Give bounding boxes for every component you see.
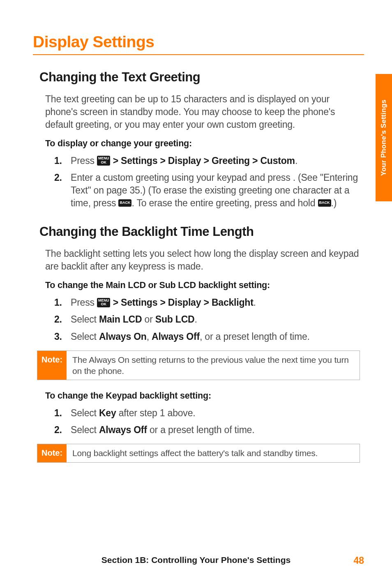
step-post: or a preset length of time. bbox=[147, 424, 255, 435]
page-content: Display Settings Changing the Text Greet… bbox=[0, 0, 392, 463]
step-post: . bbox=[254, 297, 256, 308]
step-text-c: .) bbox=[331, 198, 337, 208]
steps-lcd: 1. Press MENUOK > Settings > Display > B… bbox=[33, 296, 364, 343]
step-bold2: Sub LCD bbox=[155, 314, 195, 325]
step-text: Select bbox=[71, 331, 99, 342]
step-num: 2. bbox=[54, 171, 62, 184]
intro-backlight: The backlight setting lets you select ho… bbox=[45, 247, 364, 273]
step-num: 2. bbox=[54, 424, 62, 436]
note-text: The Always On setting returns to the pre… bbox=[67, 351, 360, 380]
step-mid: or bbox=[142, 314, 155, 325]
step-bold: > Settings > Display > Greeting > Custom bbox=[113, 155, 295, 166]
step-1: 1. Press MENUOK > Settings > Display > B… bbox=[54, 296, 364, 309]
step-text: Select bbox=[71, 314, 99, 325]
step-post: . bbox=[295, 155, 297, 166]
step-num: 1. bbox=[54, 296, 62, 309]
step-bold: Always On bbox=[99, 331, 147, 342]
heading-text-greeting: Changing the Text Greeting bbox=[39, 70, 364, 85]
steps-greeting: 1. Press MENUOK > Settings > Display > G… bbox=[33, 154, 364, 210]
note-label: Note: bbox=[37, 444, 67, 462]
lead-keypad: To change the Keypad backlight setting: bbox=[45, 391, 364, 401]
back-icon: BACK bbox=[118, 199, 131, 206]
heading-backlight: Changing the Backlight Time Length bbox=[39, 224, 364, 239]
note-label: Note: bbox=[37, 351, 67, 380]
step-text: Press bbox=[71, 297, 97, 308]
step-post: after step 1 above. bbox=[116, 408, 196, 418]
page-footer: Section 1B: Controlling Your Phone's Set… bbox=[0, 555, 392, 565]
step-text: Press bbox=[71, 155, 97, 166]
step-num: 2. bbox=[54, 313, 62, 326]
note-text: Long backlight settings affect the batte… bbox=[67, 444, 360, 462]
step-3: 3. Select Always On, Always Off, or a pr… bbox=[54, 330, 364, 343]
step-1: 1. Press MENUOK > Settings > Display > G… bbox=[54, 154, 364, 167]
page-number: 48 bbox=[353, 555, 364, 566]
step-post: . bbox=[195, 314, 197, 325]
step-num: 3. bbox=[54, 330, 62, 343]
step-bold: Key bbox=[99, 408, 116, 418]
steps-keypad: 1. Select Key after step 1 above. 2. Sel… bbox=[33, 407, 364, 436]
intro-text-greeting: The text greeting can be up to 15 charac… bbox=[45, 93, 364, 131]
footer-section: Section 1B: Controlling Your Phone's Set… bbox=[101, 555, 291, 565]
step-1: 1. Select Key after step 1 above. bbox=[54, 407, 364, 420]
lead-greeting: To display or change your greeting: bbox=[45, 138, 364, 149]
menu-ok-icon: MENUOK bbox=[97, 156, 111, 165]
step-2: 2. Enter a custom greeting using your ke… bbox=[54, 171, 364, 210]
menu-ok-icon: MENUOK bbox=[97, 298, 111, 307]
lead-lcd: To change the Main LCD or Sub LCD backli… bbox=[45, 280, 364, 291]
step-num: 1. bbox=[54, 154, 62, 167]
step-2: 2. Select Always Off or a preset length … bbox=[54, 424, 364, 436]
step-bold: > Settings > Display > Backlight bbox=[113, 297, 254, 308]
step-bold: Main LCD bbox=[99, 314, 142, 325]
step-text-b: . To erase the entire greeting, press an… bbox=[131, 198, 318, 208]
step-text: Select bbox=[71, 424, 99, 435]
step-2: 2. Select Main LCD or Sub LCD. bbox=[54, 313, 364, 326]
step-c1: , bbox=[147, 331, 152, 342]
back-icon: BACK bbox=[318, 199, 331, 206]
step-num: 1. bbox=[54, 407, 62, 420]
page-title: Display Settings bbox=[33, 33, 364, 55]
step-bold2: Always Off bbox=[152, 331, 200, 342]
step-post: , or a preset length of time. bbox=[200, 331, 310, 342]
note-battery: Note: Long backlight settings affect the… bbox=[37, 444, 360, 462]
note-always-on: Note: The Always On setting returns to t… bbox=[37, 350, 360, 380]
step-bold: Always Off bbox=[99, 424, 147, 435]
step-text: Select bbox=[71, 408, 99, 418]
